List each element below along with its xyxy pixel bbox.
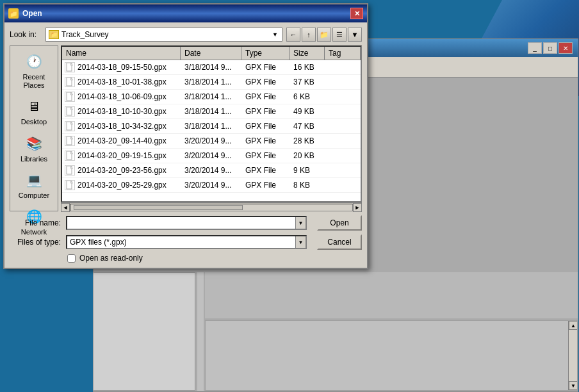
- bg-maximize-button[interactable]: □: [543, 42, 557, 54]
- file-name-cell: 2014-03-18_10-01-38.gpx: [62, 76, 181, 88]
- file-icon: [65, 77, 75, 87]
- file-date-cell: 3/18/2014 1...: [181, 120, 241, 132]
- sidebar-item-computer[interactable]: 💻 Computer: [12, 167, 56, 202]
- h-scroll-left-button[interactable]: ◄: [61, 203, 70, 212]
- file-tag-cell: [325, 169, 361, 172]
- table-row[interactable]: 2014-03-18_10-10-30.gpx 3/18/2014 1... G…: [62, 104, 361, 119]
- bg-minimize-button[interactable]: _: [528, 42, 542, 54]
- file-name-text: 2014-03-18_09-15-50.gpx: [77, 63, 167, 72]
- look-in-combo[interactable]: 📁 Track_Survey ▼: [45, 28, 282, 42]
- look-in-label: Look in:: [10, 30, 42, 39]
- bg-close-button[interactable]: ✕: [559, 42, 573, 54]
- file-size-cell: 28 KB: [290, 135, 325, 147]
- file-date-cell: 3/20/2014 9...: [181, 165, 241, 176]
- bottom-controls: File name: ▼ Open Files of type: GPX fil…: [10, 215, 362, 263]
- file-list-area[interactable]: Name Date Type Size Tag 2014-03-18_09-15…: [61, 45, 362, 202]
- file-tag-cell: [325, 95, 361, 98]
- h-scroll-right-button[interactable]: ►: [353, 203, 362, 212]
- dialog-folder-icon: 📁: [8, 8, 19, 19]
- file-size-cell: 20 KB: [290, 150, 325, 161]
- col-header-date[interactable]: Date: [181, 47, 241, 60]
- file-type-cell: GPX File: [241, 150, 290, 161]
- file-tag-cell: [325, 81, 361, 83]
- file-name-text: 2014-03-20_09-25-29.gpx: [77, 181, 167, 190]
- file-date-cell: 3/18/2014 9...: [181, 61, 241, 73]
- file-name-cell: 2014-03-18_10-10-30.gpx: [62, 105, 181, 118]
- h-scroll-thumb: [74, 205, 243, 210]
- look-in-dropdown-arrow[interactable]: ▼: [271, 31, 279, 38]
- file-tag-cell: [325, 184, 361, 186]
- sidebar-item-libraries[interactable]: 📚 Libraries: [12, 131, 56, 166]
- action-buttons: Open: [317, 215, 362, 231]
- bg-app-controls: _ □ ✕: [528, 42, 573, 54]
- bg-scroll-down[interactable]: ▼: [569, 381, 578, 390]
- bg-scroll-up[interactable]: ▲: [569, 321, 578, 330]
- sidebar-desktop-label: Desktop: [21, 118, 47, 126]
- file-size-cell: 37 KB: [290, 76, 325, 88]
- file-type-cell: GPX File: [241, 120, 290, 132]
- file-list-container: Name Date Type Size Tag 2014-03-18_09-15…: [61, 45, 362, 211]
- look-in-folder-name: Track_Survey: [61, 30, 268, 39]
- dialog-close-button[interactable]: ✕: [350, 8, 363, 19]
- file-size-cell: 9 KB: [290, 165, 325, 176]
- sidebar-item-desktop[interactable]: 🖥 Desktop: [12, 94, 56, 129]
- file-icon: [65, 121, 75, 131]
- table-row[interactable]: 2014-03-20_09-23-56.gpx 3/20/2014 9... G…: [62, 163, 361, 178]
- file-name-cell: 2014-03-18_09-15-50.gpx: [62, 61, 181, 74]
- file-name-text: 2014-03-20_09-19-15.gpx: [77, 151, 167, 160]
- sidebar-item-recent-places[interactable]: 🕐 Recent Places: [12, 49, 56, 92]
- look-in-folder-icon: 📁: [49, 30, 59, 39]
- nav-buttons: ← ↑ 📁 ☰ ▼: [286, 28, 362, 42]
- file-icon: [65, 106, 75, 117]
- file-date-cell: 3/20/2014 9...: [181, 179, 241, 191]
- table-row[interactable]: 2014-03-18_09-15-50.gpx 3/18/2014 9... G…: [62, 60, 361, 75]
- table-row[interactable]: 2014-03-20_09-14-40.gpx 3/20/2014 9... G…: [62, 134, 361, 149]
- col-header-tag[interactable]: Tag: [325, 47, 361, 60]
- table-row[interactable]: 2014-03-18_10-01-38.gpx 3/18/2014 1... G…: [62, 75, 361, 90]
- file-type-cell: GPX File: [241, 135, 290, 147]
- table-row[interactable]: 2014-03-20_09-19-15.gpx 3/20/2014 9... G…: [62, 149, 361, 163]
- file-icon: [65, 180, 75, 190]
- file-date-cell: 3/20/2014 9...: [181, 135, 241, 147]
- nav-up-button[interactable]: ↑: [302, 28, 316, 42]
- main-area: 🕐 Recent Places 🖥 Desktop 📚 Libraries 💻 …: [10, 45, 362, 211]
- file-date-cell: 3/20/2014 9...: [181, 150, 241, 161]
- file-name-text: 2014-03-18_10-10-30.gpx: [77, 107, 167, 116]
- table-row[interactable]: 2014-03-18_10-06-09.gpx 3/18/2014 1... G…: [62, 90, 361, 104]
- col-header-size[interactable]: Size: [290, 47, 325, 60]
- dialog-title-text: Open: [22, 9, 42, 18]
- filename-combo[interactable]: ▼: [66, 216, 307, 230]
- bg-panel-middle: [197, 272, 204, 391]
- filetype-combo[interactable]: GPX files (*.gpx) ▼: [66, 235, 307, 249]
- table-row[interactable]: 2014-03-20_09-25-29.gpx 3/20/2014 9... G…: [62, 178, 361, 193]
- bg-panel-right-bottom: ▲ ▼: [205, 320, 578, 391]
- nav-view-dropdown-button[interactable]: ▼: [348, 28, 362, 42]
- filename-input[interactable]: [67, 218, 295, 227]
- file-tag-cell: [325, 140, 361, 142]
- h-scrollbar-row: ◄ ►: [61, 202, 362, 211]
- file-size-cell: 16 KB: [290, 61, 325, 73]
- file-tag-cell: [325, 125, 361, 127]
- action-buttons-2: Cancel: [317, 234, 362, 250]
- filename-dropdown-arrow[interactable]: ▼: [295, 217, 306, 229]
- look-in-row: Look in: 📁 Track_Survey ▼ ← ↑ 📁 ☰ ▼: [10, 28, 362, 42]
- nav-back-button[interactable]: ←: [286, 28, 300, 42]
- file-date-cell: 3/18/2014 1...: [181, 76, 241, 88]
- col-header-type[interactable]: Type: [241, 47, 290, 60]
- file-name-text: 2014-03-18_10-34-32.gpx: [77, 122, 167, 131]
- bg-panel-left: [93, 272, 195, 391]
- filetype-label: Files of type:: [10, 238, 61, 247]
- nav-view-button[interactable]: ☰: [332, 28, 347, 42]
- open-button[interactable]: Open: [317, 215, 362, 231]
- readonly-label[interactable]: Open as read-only: [79, 254, 143, 263]
- h-scrollbar[interactable]: [70, 204, 353, 211]
- file-size-cell: 47 KB: [290, 120, 325, 132]
- dialog-titlebar: 📁 Open ✕: [4, 4, 367, 22]
- filetype-dropdown-arrow[interactable]: ▼: [295, 236, 306, 248]
- col-header-name[interactable]: Name: [62, 47, 181, 60]
- cancel-button[interactable]: Cancel: [317, 234, 362, 250]
- table-row[interactable]: 2014-03-18_10-34-32.gpx 3/18/2014 1... G…: [62, 119, 361, 134]
- readonly-checkbox[interactable]: [67, 254, 76, 263]
- nav-new-folder-button[interactable]: 📁: [317, 28, 331, 42]
- file-type-cell: GPX File: [241, 179, 290, 191]
